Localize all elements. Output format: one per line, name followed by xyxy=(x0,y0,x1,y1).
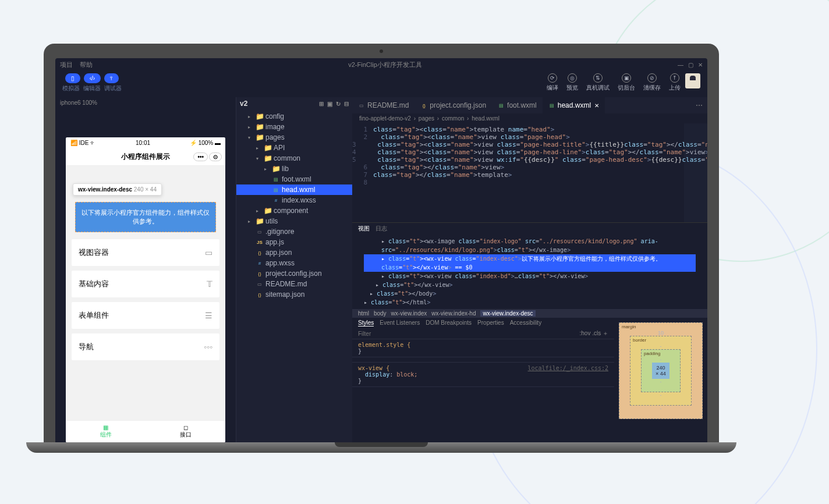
tree-item[interactable]: ▤foot.wxml xyxy=(236,174,352,184)
toolbar-icon: ▣ xyxy=(622,73,631,83)
element-node[interactable]: ▸ class="t"></wx-view> xyxy=(364,281,696,289)
crumb[interactable]: wx-view.index-desc xyxy=(480,310,535,317)
carrier-icon: 📶 IDE ᯤ xyxy=(70,140,96,146)
toolbar-button[interactable]: ⟳编译 xyxy=(547,73,558,92)
styles-tab[interactable]: DOM Breakpoints xyxy=(426,320,472,326)
crumb[interactable]: common xyxy=(442,115,464,122)
styles-tab[interactable]: Accessibility xyxy=(510,320,541,326)
toolbar: ▯ ‹/› ⫯ 模拟器 编辑器 调试器 ⟳编译◎预览⇅真机调试▣切后台⊘清缓存⤒… xyxy=(55,71,707,97)
list-item[interactable]: 表单组件☰ xyxy=(72,302,219,329)
element-node[interactable]: ▸ class="t"><wx-view class="index-bd">…c… xyxy=(364,272,696,281)
tree-item[interactable]: #index.wxss xyxy=(236,195,352,205)
simulator-toggle[interactable]: ▯ xyxy=(65,73,80,83)
sim-label: 模拟器 xyxy=(62,84,80,93)
devtools-tab[interactable]: 视图 xyxy=(358,225,370,233)
simulator-panel: iphone6 100% 📶 IDE ᯤ 10:01 ⚡ 100% ▬ 小程序组… xyxy=(55,97,236,442)
minimize-icon[interactable]: — xyxy=(678,62,683,68)
capsule-menu[interactable]: ••• xyxy=(193,152,208,161)
tree-item[interactable]: {}project.config.json xyxy=(236,268,352,279)
toolbar-button[interactable]: ⊘清缓存 xyxy=(643,73,661,92)
toolbar-button[interactable]: ◎预览 xyxy=(566,73,578,92)
crumb[interactable]: body xyxy=(374,310,387,317)
crumb[interactable]: html xyxy=(358,310,369,317)
item-icon: ◦◦◦ xyxy=(204,342,212,352)
collapse-icon[interactable]: ⊟ xyxy=(344,101,349,107)
tree-item[interactable]: {}sitemap.json xyxy=(236,289,352,300)
menu-item[interactable]: 帮助 xyxy=(80,61,93,69)
new-file-icon[interactable]: ⊞ xyxy=(319,101,324,107)
minimap[interactable] xyxy=(684,123,707,222)
file-icon: 📁 xyxy=(256,133,263,141)
editor-tab[interactable]: ▤head.wxml✕ xyxy=(543,97,605,113)
tree-item[interactable]: ▸📁config xyxy=(236,111,352,122)
avatar[interactable] xyxy=(685,73,700,88)
styles-tab[interactable]: Event Listeners xyxy=(380,320,420,326)
maximize-icon[interactable]: ▢ xyxy=(688,62,693,68)
list-item[interactable]: 基础内容𝕋 xyxy=(72,271,219,297)
toolbar-button[interactable]: ▣切后台 xyxy=(618,73,635,92)
new-folder-icon[interactable]: ▣ xyxy=(327,101,332,107)
file-icon: ▭ xyxy=(256,229,263,235)
device-info: iphone6 100% xyxy=(55,97,236,108)
list-item[interactable]: 导航◦◦◦ xyxy=(72,333,219,360)
toolbar-button[interactable]: ⤒上传 xyxy=(669,73,681,92)
toolbar-icon: ⇅ xyxy=(593,73,603,83)
editor-tab[interactable]: ▤foot.wxml xyxy=(492,97,543,113)
editor-tab[interactable]: ▭README.md xyxy=(352,97,414,113)
element-node[interactable]: ▸ class="t"></html> xyxy=(364,298,696,307)
tree-item[interactable]: ▸📁image xyxy=(236,122,352,132)
element-node[interactable]: ▸ class="t"><wx-view class="index-desc">… xyxy=(364,254,696,272)
crumb[interactable]: wx-view.index xyxy=(391,310,427,317)
tree-item[interactable]: #app.wxss xyxy=(236,258,352,268)
element-node[interactable]: ▸ class="t"><wx-image class="index-logo"… xyxy=(364,237,696,254)
tab-more[interactable]: ⋯ xyxy=(691,101,707,109)
toolbar-icon: ⊘ xyxy=(647,73,657,83)
crumb[interactable]: fino-applet-demo-v2 xyxy=(359,115,411,122)
debugger-toggle[interactable]: ⫯ xyxy=(104,73,119,83)
code-editor[interactable]: 1class="tag"><class="name">template name… xyxy=(352,123,707,222)
crumb[interactable]: head.wxml xyxy=(472,115,499,122)
tree-item[interactable]: ▤head.wxml xyxy=(236,184,352,195)
close-icon[interactable]: ✕ xyxy=(698,62,703,68)
tree-item[interactable]: ▸📁component xyxy=(236,205,352,216)
item-icon: 𝕋 xyxy=(207,279,212,289)
element-node[interactable]: ▸ class="t"></body> xyxy=(364,289,696,298)
breadcrumb: fino-applet-demo-v2 › pages › common › h… xyxy=(352,113,707,123)
devtools: 视图 日志 ▸ class="t"><wx-image class="index… xyxy=(352,222,707,442)
elements-panel[interactable]: ▸ class="t"><wx-image class="index-logo"… xyxy=(352,235,707,309)
tree-item[interactable]: ▸📁lib xyxy=(236,164,352,174)
tab-api[interactable]: ◻ 接口 xyxy=(146,421,225,442)
tree-item[interactable]: ▾📁pages xyxy=(236,132,352,143)
toolbar-button[interactable]: ⇅真机调试 xyxy=(586,73,610,92)
highlighted-element[interactable]: 以下将展示小程序官方组件能力，组件样式仅供参考。 xyxy=(75,202,216,232)
tree-item[interactable]: ▸📁API xyxy=(236,143,352,153)
css-rule[interactable]: localfile:/_index.css:2wx-view { display… xyxy=(352,363,614,387)
project-root[interactable]: v2 xyxy=(240,100,247,108)
crumb[interactable]: wx-view.index-hd xyxy=(431,310,476,317)
tree-item[interactable]: {}app.json xyxy=(236,247,352,258)
list-item[interactable]: 视图容器▭ xyxy=(72,239,219,266)
css-rule[interactable]: element.style {} xyxy=(352,339,614,357)
hov-toggle[interactable]: :hov .cls ＋ xyxy=(580,329,608,338)
tree-item[interactable]: ▾📁common xyxy=(236,153,352,164)
file-icon: JS xyxy=(256,240,263,245)
tree-item[interactable]: JSapp.js xyxy=(236,237,352,247)
file-explorer: v2 ⊞ ▣ ↻ ⊟ ▸📁config▸📁image▾📁pages▸📁API▾📁… xyxy=(236,97,352,442)
refresh-icon[interactable]: ↻ xyxy=(336,101,341,107)
tab-components[interactable]: ▦ 组件 xyxy=(66,421,146,442)
tree-item[interactable]: ▭.gitignore xyxy=(236,226,352,237)
css-rule[interactable]: </span><span class="css-sel">.index-desc… xyxy=(352,357,614,363)
crumb[interactable]: pages xyxy=(419,115,434,122)
styles-tab[interactable]: Properties xyxy=(477,320,504,326)
styles-tab[interactable]: Styles xyxy=(358,320,374,326)
tree-item[interactable]: ▸📁utils xyxy=(236,216,352,226)
menu-item[interactable]: 项目 xyxy=(60,61,73,69)
close-icon[interactable]: ✕ xyxy=(594,102,599,109)
element-crumbs[interactable]: htmlbodywx-view.indexwx-view.index-hdwx-… xyxy=(352,309,707,318)
tree-item[interactable]: ▭README.md xyxy=(236,279,352,289)
editor-toggle[interactable]: ‹/› xyxy=(84,73,101,83)
devtools-tab[interactable]: 日志 xyxy=(375,225,387,233)
editor-tab[interactable]: {}project.config.json xyxy=(414,97,492,113)
capsule-close[interactable]: ⊙ xyxy=(209,152,222,161)
filter-input[interactable] xyxy=(358,329,580,338)
